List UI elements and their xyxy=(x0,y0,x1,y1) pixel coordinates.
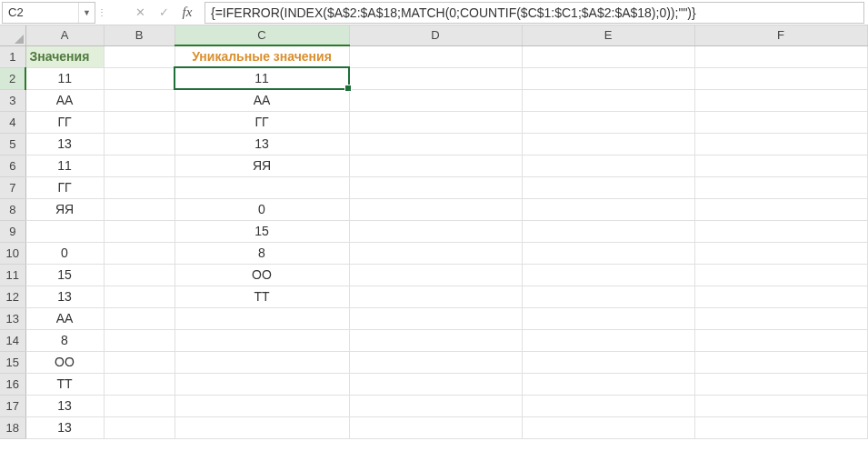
row-head-1[interactable]: 1 xyxy=(0,45,25,67)
cell-E15[interactable] xyxy=(522,351,694,373)
cell-C17[interactable] xyxy=(175,395,349,416)
cell-B17[interactable] xyxy=(104,395,175,416)
cell-B2[interactable] xyxy=(104,67,175,89)
cell-C8[interactable]: 0 xyxy=(175,198,349,220)
cell-E4[interactable] xyxy=(522,111,694,133)
select-all-corner[interactable] xyxy=(0,25,25,45)
row-head-13[interactable]: 13 xyxy=(0,307,25,329)
row-head-17[interactable]: 17 xyxy=(0,395,25,416)
cell-A1[interactable]: Значения xyxy=(25,45,104,67)
cell-D4[interactable] xyxy=(349,111,522,133)
cell-D10[interactable] xyxy=(349,242,522,264)
row-head-12[interactable]: 12 xyxy=(0,286,25,307)
cell-A15[interactable]: ОО xyxy=(25,351,104,373)
cell-F9[interactable] xyxy=(694,220,867,242)
cell-C18[interactable] xyxy=(175,416,349,438)
cell-B13[interactable] xyxy=(104,307,175,329)
cell-C15[interactable] xyxy=(175,351,349,373)
cell-F3[interactable] xyxy=(694,89,867,111)
row-head-16[interactable]: 16 xyxy=(0,373,25,395)
spreadsheet-grid[interactable]: A B C D E F 1ЗначенияУникальные значения… xyxy=(0,25,868,461)
cell-A9[interactable] xyxy=(25,220,104,242)
cell-B5[interactable] xyxy=(104,133,175,155)
cell-A13[interactable]: АА xyxy=(25,307,104,329)
cell-C3[interactable]: АА xyxy=(175,89,349,111)
cell-E5[interactable] xyxy=(522,133,694,155)
insert-function-button[interactable]: fx xyxy=(175,1,199,25)
cell-D14[interactable] xyxy=(349,329,522,351)
col-head-D[interactable]: D xyxy=(349,25,522,45)
cell-D7[interactable] xyxy=(349,176,522,198)
cell-C9[interactable]: 15 xyxy=(175,220,349,242)
cell-B9[interactable] xyxy=(104,220,175,242)
cell-E3[interactable] xyxy=(522,89,694,111)
cell-F10[interactable] xyxy=(694,242,867,264)
cell-E2[interactable] xyxy=(522,67,694,89)
cell-A3[interactable]: АА xyxy=(25,89,104,111)
col-head-F[interactable]: F xyxy=(694,25,867,45)
row-head-2[interactable]: 2 xyxy=(0,67,25,89)
cell-F16[interactable] xyxy=(694,373,867,395)
row-head-14[interactable]: 14 xyxy=(0,329,25,351)
cell-F2[interactable] xyxy=(694,67,867,89)
cell-D5[interactable] xyxy=(349,133,522,155)
cell-A2[interactable]: 11 xyxy=(25,67,104,89)
cell-C14[interactable] xyxy=(175,329,349,351)
cell-A16[interactable]: ТТ xyxy=(25,373,104,395)
row-head-11[interactable]: 11 xyxy=(0,264,25,286)
row-head-4[interactable]: 4 xyxy=(0,111,25,133)
cell-A17[interactable]: 13 xyxy=(25,395,104,416)
cell-B14[interactable] xyxy=(104,329,175,351)
cell-E17[interactable] xyxy=(522,395,694,416)
row-head-10[interactable]: 10 xyxy=(0,242,25,264)
cell-F5[interactable] xyxy=(694,133,867,155)
row-head-8[interactable]: 8 xyxy=(0,198,25,220)
cell-D13[interactable] xyxy=(349,307,522,329)
cell-A11[interactable]: 15 xyxy=(25,264,104,286)
cell-D18[interactable] xyxy=(349,416,522,438)
name-box-dropdown-icon[interactable]: ▼ xyxy=(78,3,95,23)
cell-E6[interactable] xyxy=(522,155,694,176)
cell-E11[interactable] xyxy=(522,264,694,286)
cell-A4[interactable]: ГГ xyxy=(25,111,104,133)
row-head-9[interactable]: 9 xyxy=(0,220,25,242)
cell-A8[interactable]: ЯЯ xyxy=(25,198,104,220)
cell-F4[interactable] xyxy=(694,111,867,133)
cancel-formula-button[interactable]: ✕ xyxy=(128,1,152,25)
cell-A5[interactable]: 13 xyxy=(25,133,104,155)
cell-B4[interactable] xyxy=(104,111,175,133)
cell-A10[interactable]: 0 xyxy=(25,242,104,264)
cell-E12[interactable] xyxy=(522,286,694,307)
row-head-5[interactable]: 5 xyxy=(0,133,25,155)
cell-C13[interactable] xyxy=(175,307,349,329)
cell-A12[interactable]: 13 xyxy=(25,286,104,307)
cell-C2[interactable]: 11 xyxy=(175,67,349,89)
cell-B18[interactable] xyxy=(104,416,175,438)
cell-F17[interactable] xyxy=(694,395,867,416)
cell-E8[interactable] xyxy=(522,198,694,220)
cell-D15[interactable] xyxy=(349,351,522,373)
cell-B15[interactable] xyxy=(104,351,175,373)
cell-A18[interactable]: 13 xyxy=(25,416,104,438)
row-head-3[interactable]: 3 xyxy=(0,89,25,111)
cell-B10[interactable] xyxy=(104,242,175,264)
cell-B8[interactable] xyxy=(104,198,175,220)
cell-C1[interactable]: Уникальные значения xyxy=(175,45,349,67)
cell-E14[interactable] xyxy=(522,329,694,351)
cell-D6[interactable] xyxy=(349,155,522,176)
cell-E7[interactable] xyxy=(522,176,694,198)
col-head-C[interactable]: C xyxy=(175,25,349,45)
cell-E10[interactable] xyxy=(522,242,694,264)
cell-D1[interactable] xyxy=(349,45,522,67)
name-box-expand-icon[interactable]: ⋮ xyxy=(95,0,108,25)
cell-C11[interactable]: ОО xyxy=(175,264,349,286)
cell-F18[interactable] xyxy=(694,416,867,438)
cell-E16[interactable] xyxy=(522,373,694,395)
cell-D12[interactable] xyxy=(349,286,522,307)
cell-E18[interactable] xyxy=(522,416,694,438)
cell-B7[interactable] xyxy=(104,176,175,198)
cell-C4[interactable]: ГГ xyxy=(175,111,349,133)
name-box[interactable]: C2 ▼ xyxy=(2,2,95,24)
cell-C7[interactable] xyxy=(175,176,349,198)
cell-A7[interactable]: ГГ xyxy=(25,176,104,198)
